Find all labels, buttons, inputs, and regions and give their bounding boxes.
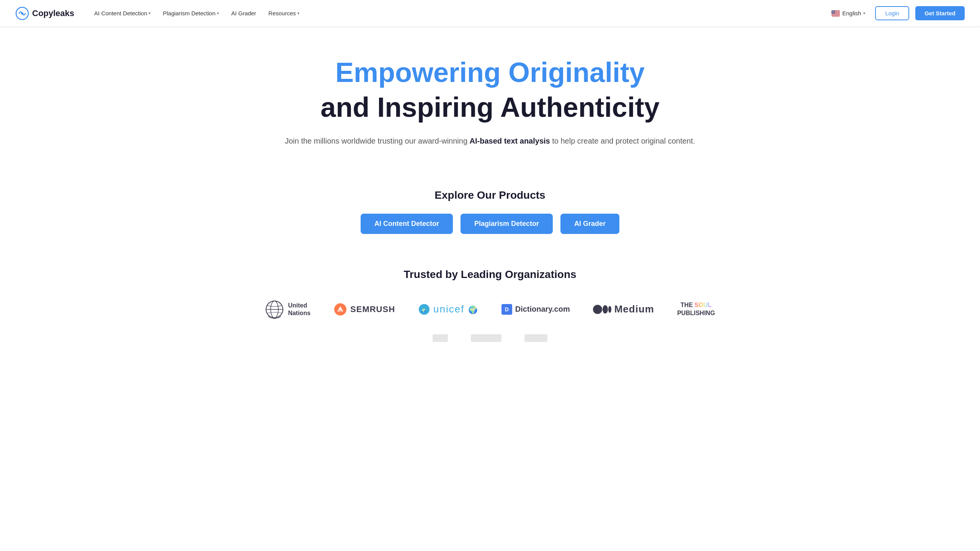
- svg-point-29: [833, 13, 833, 13]
- soul-publishing-logo: THE SOUL PUBLISHING: [677, 301, 715, 317]
- copyleaks-logo-icon: [15, 7, 29, 20]
- svg-rect-42: [433, 334, 448, 342]
- partial-logo-3: [524, 334, 547, 344]
- plagiarism-detector-button[interactable]: Plagiarism Detector: [461, 214, 553, 234]
- svg-point-13: [834, 11, 834, 11]
- partial-logo-1: [433, 334, 448, 344]
- svg-point-19: [832, 11, 832, 12]
- ai-content-detector-button[interactable]: AI Content Detector: [361, 214, 453, 234]
- login-button[interactable]: Login: [875, 6, 909, 20]
- logo[interactable]: Copyleaks: [15, 7, 74, 20]
- svg-point-40: [603, 305, 608, 314]
- trusted-section: Trusted by Leading Organizations UnitedN…: [0, 249, 980, 367]
- united-nations-label: UnitedNations: [288, 302, 310, 316]
- svg-point-21: [833, 11, 833, 12]
- svg-point-11: [833, 11, 833, 11]
- trusted-logos-row-1: UnitedNations SEMRUSH 🌍 unicef 🌍 D: [15, 300, 965, 319]
- svg-point-10: [832, 11, 832, 11]
- unicef-logo: 🌍 unicef 🌍: [418, 303, 479, 316]
- chevron-down-icon: ▾: [217, 11, 219, 15]
- hero-title-line2: and Inspiring Authenticity: [15, 91, 965, 124]
- hero-section: Empowering Originality and Inspiring Aut…: [0, 27, 980, 170]
- hero-title: Empowering Originality and Inspiring Aut…: [15, 57, 965, 124]
- partial-logo-2: [471, 334, 501, 344]
- nav-ai-content-detection[interactable]: AI Content Detection ▾: [90, 7, 155, 20]
- svg-point-16: [833, 11, 833, 11]
- get-started-button[interactable]: Get Started: [915, 6, 965, 20]
- trusted-section-title: Trusted by Leading Organizations: [15, 268, 965, 281]
- svg-point-1: [21, 12, 23, 15]
- navbar-right: English ▾ Login Get Started: [828, 6, 965, 20]
- ai-grader-button[interactable]: AI Grader: [560, 214, 619, 234]
- hero-subtitle-end: to help create and protect original cont…: [550, 137, 695, 145]
- svg-point-24: [832, 12, 833, 12]
- svg-point-30: [833, 13, 833, 13]
- svg-point-41: [608, 306, 611, 313]
- products-section-title: Explore Our Products: [15, 189, 965, 201]
- svg-rect-7: [831, 15, 840, 15]
- hero-subtitle-bold: AI-based text analysis: [470, 137, 550, 145]
- svg-point-12: [833, 11, 833, 11]
- language-label: English: [842, 10, 861, 16]
- hero-title-line1: Empowering Originality: [15, 57, 965, 88]
- semrush-icon: [333, 302, 347, 316]
- svg-rect-6: [831, 13, 840, 14]
- unicef-label: unicef 🌍: [433, 303, 479, 315]
- svg-text:🌍: 🌍: [421, 308, 426, 313]
- dictionary-icon: D: [501, 304, 512, 315]
- semrush-label: SEMRUSH: [350, 304, 395, 314]
- svg-point-39: [593, 305, 602, 314]
- nav-ai-grader[interactable]: AI Grader: [227, 7, 261, 20]
- svg-point-27: [834, 12, 834, 12]
- navbar-left: Copyleaks AI Content Detection ▾ Plagiar…: [15, 7, 304, 20]
- svg-point-32: [834, 13, 835, 13]
- svg-point-20: [833, 11, 833, 12]
- semrush-logo: SEMRUSH: [333, 302, 395, 316]
- medium-circles-icon: [593, 304, 612, 315]
- medium-logo: Medium: [593, 303, 654, 315]
- us-flag-icon: [831, 10, 840, 16]
- nav-plagiarism-detection[interactable]: Plagiarism Detection ▾: [158, 7, 224, 20]
- svg-point-14: [834, 11, 835, 11]
- unicef-icon: 🌍: [418, 303, 430, 316]
- nav-resources[interactable]: Resources ▾: [264, 7, 304, 20]
- united-nations-logo: UnitedNations: [265, 300, 310, 319]
- chevron-down-icon: ▾: [863, 11, 865, 15]
- svg-rect-8: [831, 15, 840, 16]
- nav-links: AI Content Detection ▾ Plagiarism Detect…: [90, 7, 304, 20]
- brand-name: Copyleaks: [32, 8, 74, 18]
- language-selector[interactable]: English ▾: [828, 8, 869, 19]
- svg-rect-44: [524, 334, 547, 342]
- trusted-logos-row-2: [15, 334, 965, 344]
- soul-publishing-label: THE SOUL PUBLISHING: [677, 301, 715, 317]
- svg-point-18: [834, 11, 834, 11]
- chevron-down-icon: ▾: [149, 11, 150, 15]
- svg-rect-43: [471, 334, 501, 342]
- united-nations-emblem-icon: [265, 300, 284, 319]
- svg-point-31: [834, 13, 834, 13]
- medium-label: Medium: [614, 303, 654, 315]
- svg-point-26: [833, 12, 834, 12]
- svg-point-17: [833, 11, 834, 11]
- svg-point-15: [832, 11, 833, 11]
- product-buttons-container: AI Content Detector Plagiarism Detector …: [15, 214, 965, 234]
- svg-point-23: [834, 11, 835, 12]
- navbar: Copyleaks AI Content Detection ▾ Plagiar…: [0, 0, 980, 27]
- svg-point-22: [834, 11, 834, 12]
- hero-subtitle-normal: Join the millions worldwide trusting our…: [285, 137, 469, 145]
- dictionary-label: Dictionary.com: [515, 305, 570, 314]
- products-section: Explore Our Products AI Content Detector…: [0, 170, 980, 249]
- chevron-down-icon: ▾: [297, 11, 299, 15]
- hero-subtitle: Join the millions worldwide trusting our…: [15, 135, 965, 147]
- dictionary-logo: D Dictionary.com: [501, 304, 570, 315]
- svg-point-28: [832, 13, 832, 13]
- svg-point-25: [833, 12, 833, 12]
